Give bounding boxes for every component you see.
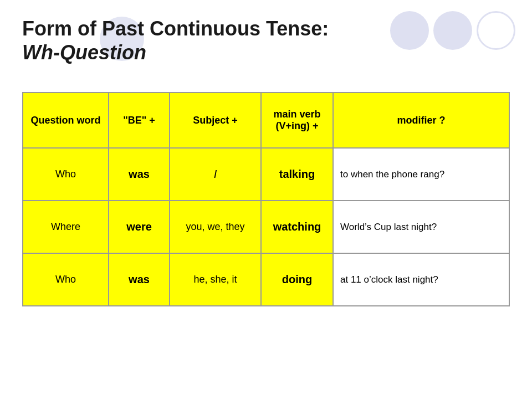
cell-main-verb-2: watching xyxy=(261,201,333,253)
cell-subject-1: I xyxy=(170,148,261,201)
page-title: Form of Past Continuous Tense: Wh-Questi… xyxy=(22,17,510,64)
cell-be-3: was xyxy=(109,253,170,306)
cell-be-1: was xyxy=(109,148,170,201)
title-line1: Form of Past Continuous Tense: xyxy=(22,17,510,40)
table-row: Who was I talking to when the phone rang… xyxy=(23,148,509,201)
header-main-verb: main verb(V+ing) + xyxy=(261,93,333,148)
header-be-text: "BE" + xyxy=(123,115,155,126)
cell-modifier-1: to when the phone rang? xyxy=(333,148,509,201)
header-subject: Subject + xyxy=(170,93,261,148)
page: Form of Past Continuous Tense: Wh-Questi… xyxy=(0,0,532,399)
table-wrapper: Question word "BE" + Subject + main verb… xyxy=(22,92,510,306)
table-row: Where were you, we, they watching World’… xyxy=(23,201,509,253)
cell-modifier-3: at 11 o’clock last night? xyxy=(333,253,509,306)
cell-subject-3: he, she, it xyxy=(170,253,261,306)
grammar-table: Question word "BE" + Subject + main verb… xyxy=(22,92,510,306)
cell-question-word-3: Who xyxy=(23,253,109,306)
cell-main-verb-1: talking xyxy=(261,148,333,201)
table-header-row: Question word "BE" + Subject + main verb… xyxy=(23,93,509,148)
cell-main-verb-3: doing xyxy=(261,253,333,306)
header-question-word: Question word xyxy=(23,93,109,148)
cell-question-word-2: Where xyxy=(23,201,109,253)
cell-question-word-1: Who xyxy=(23,148,109,201)
cell-modifier-2: World’s Cup last night? xyxy=(333,201,509,253)
header-modifier: modifier ? xyxy=(333,93,509,148)
cell-be-2: were xyxy=(109,201,170,253)
title-line2: Wh-Question xyxy=(22,40,510,64)
table-row: Who was he, she, it doing at 11 o’clock … xyxy=(23,253,509,306)
header-be: "BE" + xyxy=(109,93,170,148)
cell-subject-2: you, we, they xyxy=(170,201,261,253)
